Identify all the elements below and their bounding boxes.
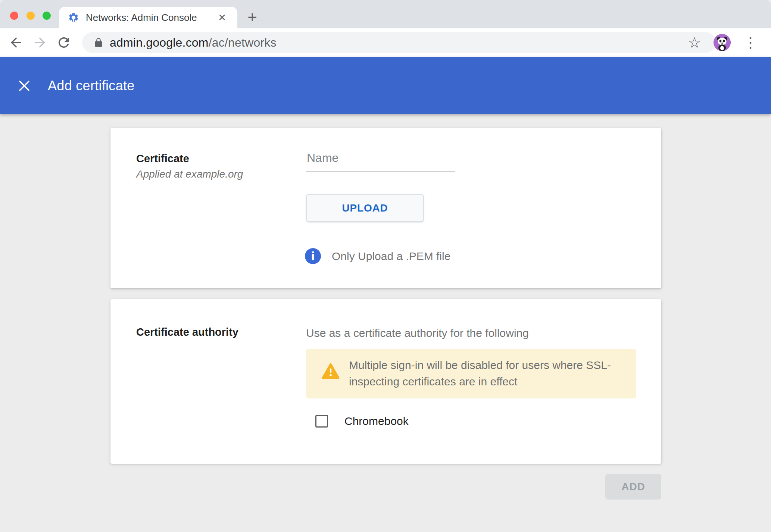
bookmark-star-icon[interactable]: ☆ bbox=[686, 35, 703, 50]
dialog-header: Add certificate bbox=[0, 57, 771, 114]
page-title: Add certificate bbox=[48, 78, 135, 94]
certificate-sublabel: Applied at example.org bbox=[136, 168, 243, 180]
close-icon[interactable] bbox=[18, 79, 31, 92]
url-domain: admin.google.com bbox=[110, 36, 209, 49]
profile-avatar[interactable] bbox=[714, 34, 731, 51]
forward-icon[interactable] bbox=[32, 35, 48, 50]
new-tab-button[interactable]: + bbox=[243, 8, 261, 26]
certificate-authority-card: Certificate authority Use as a certifica… bbox=[110, 299, 661, 464]
certificate-label: Certificate bbox=[136, 153, 189, 165]
info-icon: i bbox=[305, 248, 321, 264]
add-button[interactable]: ADD bbox=[605, 474, 661, 500]
main-content: Certificate Applied at example.org UPLOA… bbox=[0, 114, 771, 532]
browser-menu-icon[interactable]: ⋮ bbox=[740, 35, 761, 50]
upload-button[interactable]: UPLOAD bbox=[306, 194, 424, 222]
back-icon[interactable] bbox=[8, 35, 24, 50]
browser-tab[interactable]: Networks: Admin Console ✕ bbox=[59, 7, 237, 28]
url-text: admin.google.com/ac/networks bbox=[110, 36, 277, 50]
browser-window: Networks: Admin Console ✕ + admin.google… bbox=[0, 0, 771, 532]
chromebook-checkbox-row: Chromebook bbox=[315, 415, 409, 428]
warning-banner: Multiple sign-in will be disabled for us… bbox=[306, 349, 636, 398]
chromebook-checkbox-label: Chromebook bbox=[344, 415, 409, 428]
tab-title: Networks: Admin Console bbox=[86, 12, 216, 24]
chromebook-checkbox[interactable] bbox=[315, 415, 328, 428]
browser-toolbar: admin.google.com/ac/networks ☆ ⋮ bbox=[0, 28, 771, 57]
certificate-authority-label: Certificate authority bbox=[136, 326, 238, 338]
window-zoom-button[interactable] bbox=[43, 12, 51, 20]
warning-text: Multiple sign-in will be disabled for us… bbox=[349, 357, 647, 390]
info-text: Only Upload a .PEM file bbox=[332, 250, 450, 263]
warning-icon bbox=[322, 363, 340, 379]
window-minimize-button[interactable] bbox=[26, 12, 35, 20]
url-bar[interactable]: admin.google.com/ac/networks bbox=[82, 32, 716, 53]
reload-icon[interactable] bbox=[56, 35, 72, 50]
name-input[interactable] bbox=[306, 151, 455, 172]
panda-avatar-image bbox=[714, 34, 731, 51]
tab-close-icon[interactable]: ✕ bbox=[216, 11, 228, 24]
certificate-card: Certificate Applied at example.org UPLOA… bbox=[110, 128, 661, 288]
window-close-button[interactable] bbox=[10, 12, 18, 20]
tab-strip: Networks: Admin Console ✕ + bbox=[0, 0, 771, 28]
lock-icon bbox=[93, 37, 104, 48]
authority-description: Use as a certificate authority for the f… bbox=[306, 327, 529, 339]
url-path: /ac/networks bbox=[209, 36, 277, 49]
admin-console-favicon-icon bbox=[68, 12, 79, 23]
info-row: i Only Upload a .PEM file bbox=[305, 248, 450, 264]
